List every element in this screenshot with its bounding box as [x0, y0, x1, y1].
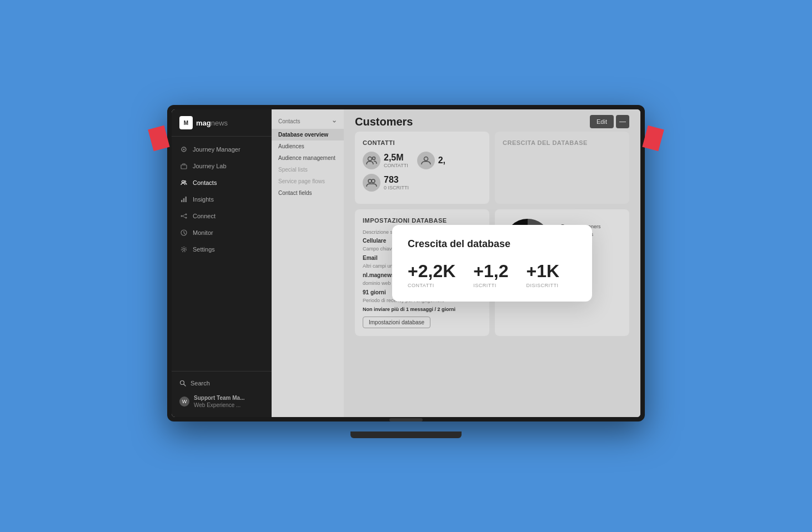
sidebar-item-contacts[interactable]: Contacts: [172, 174, 272, 191]
modal-card: Crescita del database +2,2K CONTATTI +1,…: [392, 225, 592, 302]
avatar: W: [179, 397, 189, 406]
corner-marker-left: [148, 126, 169, 151]
laptop-container: M magnews Journey Manager Journey: [156, 94, 656, 438]
svg-line-12: [183, 216, 186, 218]
sidebar-item-settings[interactable]: Settings: [172, 241, 272, 258]
modal-stat-disiscritti: +1K DISISCRITTI: [526, 261, 559, 288]
svg-point-9: [186, 214, 187, 215]
sub-nav-service-page-flows: Service page flows: [272, 175, 344, 187]
sidebar-nav: Journey Manager Journey Lab Contacts: [172, 137, 272, 371]
svg-rect-5: [181, 200, 183, 202]
modal-iscritti-label: ISCRITTI: [473, 283, 508, 288]
svg-rect-6: [183, 198, 185, 202]
svg-point-1: [183, 149, 185, 150]
modal-overlay: Crescita del database +2,2K CONTATTI +1,…: [344, 109, 640, 417]
logo: M magnews: [172, 109, 272, 137]
sidebar-item-monitor[interactable]: Monitor: [172, 224, 272, 241]
modal-stat-contatti: +2,2K CONTATTI: [408, 261, 455, 288]
user-profile[interactable]: W Support Team Ma... Web Experience ...: [172, 390, 272, 413]
insights-icon: [179, 195, 188, 204]
modal-disiscritti-label: DISISCRITTI: [526, 283, 559, 288]
logo-icon: M: [179, 116, 193, 129]
monitor-icon: [179, 228, 188, 237]
laptop-body: M magnews Journey Manager Journey: [167, 105, 645, 421]
svg-rect-7: [186, 197, 187, 202]
sidebar: M magnews Journey Manager Journey: [172, 109, 272, 417]
search-button[interactable]: Search: [172, 376, 272, 390]
main-content: Customers Edit — Contatti: [344, 109, 640, 417]
svg-line-17: [184, 384, 186, 387]
laptop-base: [350, 431, 462, 438]
laptop-screen: M magnews Journey Manager Journey: [172, 109, 640, 417]
sub-nav-special-lists: Special lists: [272, 164, 344, 175]
modal-contatti-label: CONTATTI: [408, 283, 455, 288]
sidebar-item-journey-lab[interactable]: Journey Lab: [172, 158, 272, 174]
svg-point-15: [182, 247, 187, 252]
sub-nav-contact-fields[interactable]: Contact fields: [272, 187, 344, 199]
connect-icon: [179, 212, 188, 220]
sub-sidebar: Contacts Database overview Audiences Aud…: [272, 109, 344, 417]
journey-lab-icon: [179, 162, 188, 170]
sidebar-bottom: Search W Support Team Ma... Web Experien…: [172, 371, 272, 417]
logo-text: magnews: [196, 119, 228, 127]
svg-point-3: [182, 180, 184, 183]
sidebar-item-connect[interactable]: Connect: [172, 208, 272, 224]
sub-sidebar-header: Contacts: [272, 116, 344, 129]
sidebar-item-insights[interactable]: Insights: [172, 191, 272, 208]
svg-point-8: [181, 215, 183, 217]
modal-iscritti-value: +1,2: [473, 261, 508, 282]
journey-manager-icon: [179, 145, 188, 154]
svg-point-10: [186, 217, 187, 219]
svg-point-4: [184, 181, 186, 183]
laptop-notch: [389, 418, 423, 421]
corner-marker-right: [642, 126, 664, 151]
sidebar-item-journey-manager[interactable]: Journey Manager: [172, 141, 272, 158]
settings-icon: [179, 245, 188, 254]
modal-stats: +2,2K CONTATTI +1,2 ISCRITTI +1K DISISCR…: [408, 261, 577, 288]
sub-nav-audiences[interactable]: Audiences: [272, 140, 344, 152]
sub-nav-audience-management[interactable]: Audience management: [272, 152, 344, 164]
contacts-icon: [179, 178, 188, 187]
modal-disiscritti-value: +1K: [526, 261, 559, 282]
user-info: Support Team Ma... Web Experience ...: [194, 394, 245, 409]
modal-contatti-value: +2,2K: [408, 261, 455, 282]
sub-nav-database-overview[interactable]: Database overview: [272, 129, 344, 140]
svg-point-14: [183, 248, 185, 250]
svg-rect-2: [181, 165, 187, 169]
svg-line-11: [183, 214, 186, 216]
modal-title: Crescita del database: [408, 238, 577, 250]
modal-stat-iscritti: +1,2 ISCRITTI: [473, 261, 508, 288]
